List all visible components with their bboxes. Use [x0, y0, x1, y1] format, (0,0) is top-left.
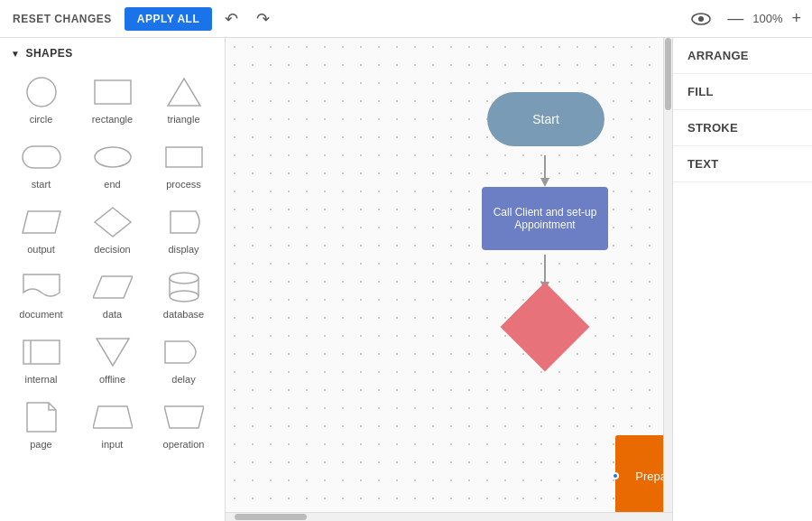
shape-end-icon — [90, 139, 135, 175]
shape-operation-icon — [161, 399, 207, 435]
shape-display-icon — [161, 204, 207, 240]
shape-triangle-icon — [161, 74, 207, 110]
shape-input-label: input — [102, 439, 124, 450]
shape-decision-label: decision — [94, 244, 130, 255]
process-node[interactable]: Call Client and set-up Appointment — [482, 187, 608, 250]
arrange-section[interactable]: ARRANGE — [673, 38, 812, 74]
fill-section[interactable]: FILL — [673, 74, 812, 110]
toolbar: RESET CHANGES APPLY ALL ↶ ↷ — 100% + — [0, 0, 812, 38]
shape-database[interactable]: database — [150, 264, 217, 325]
shape-data-label: data — [103, 309, 122, 320]
canvas-horizontal-scrollbar[interactable] — [226, 512, 672, 521]
shape-circle[interactable]: circle — [7, 69, 75, 130]
shape-process[interactable]: process — [150, 134, 217, 195]
svg-point-2 — [27, 78, 56, 107]
shape-offline[interactable]: offline — [78, 329, 146, 390]
apply-all-button[interactable]: APPLY ALL — [125, 7, 212, 31]
shape-delay[interactable]: delay — [150, 329, 217, 390]
svg-point-1 — [698, 16, 704, 22]
svg-marker-20 — [164, 406, 204, 428]
reset-changes-button[interactable]: RESET CHANGES — [7, 9, 117, 29]
stroke-section[interactable]: STROKE — [673, 110, 812, 146]
svg-marker-10 — [93, 276, 133, 298]
right-panel: ARRANGE FILL STROKE TEXT — [672, 38, 812, 521]
shape-internal[interactable]: internal — [7, 329, 75, 390]
undo-button[interactable]: ↶ — [219, 5, 244, 33]
shape-output[interactable]: output — [7, 199, 75, 260]
shape-input[interactable]: input — [78, 394, 146, 455]
shapes-grid: circle rectangle triangle — [0, 65, 225, 462]
shapes-header-label: SHAPES — [25, 47, 72, 60]
canvas-vertical-scrollbar-thumb[interactable] — [665, 38, 671, 110]
zoom-level: 100% — [752, 12, 782, 25]
zoom-controls: — 100% + — [724, 9, 805, 28]
shape-delay-label: delay — [171, 374, 195, 385]
svg-marker-9 — [95, 208, 131, 237]
svg-rect-15 — [23, 340, 60, 364]
preview-button[interactable] — [686, 9, 716, 29]
shape-internal-icon — [19, 334, 64, 370]
shape-database-icon — [161, 269, 207, 305]
shape-process-icon — [161, 139, 207, 175]
redo-button[interactable]: ↷ — [251, 5, 275, 33]
shape-decision[interactable]: decision — [78, 199, 146, 260]
shape-page-label: page — [30, 439, 51, 450]
shape-start[interactable]: start — [7, 134, 75, 195]
shape-display-label: display — [168, 244, 198, 255]
shapes-panel: ▼ SHAPES circle rectangle — [0, 38, 226, 521]
svg-marker-8 — [23, 211, 60, 233]
canvas-horizontal-scrollbar-thumb[interactable] — [235, 514, 307, 520]
shape-page[interactable]: page — [7, 394, 75, 455]
svg-marker-19 — [93, 406, 133, 428]
shape-start-icon — [19, 139, 64, 175]
shape-operation-label: operation — [163, 439, 205, 450]
shape-process-label: process — [166, 179, 201, 190]
text-section[interactable]: TEXT — [673, 146, 812, 182]
svg-marker-22 — [540, 178, 549, 187]
shape-output-icon — [19, 204, 64, 240]
arrows-svg — [226, 38, 672, 521]
svg-point-14 — [170, 291, 198, 302]
shape-page-icon — [19, 399, 64, 435]
svg-point-11 — [170, 273, 198, 284]
shape-operation[interactable]: operation — [150, 394, 217, 455]
shape-decision-icon — [90, 204, 135, 240]
svg-rect-7 — [166, 147, 202, 167]
svg-marker-17 — [97, 339, 129, 366]
shapes-header[interactable]: ▼ SHAPES — [0, 38, 225, 65]
shape-triangle[interactable]: triangle — [150, 69, 217, 130]
shape-display[interactable]: display — [150, 199, 217, 260]
decision-node[interactable] — [501, 283, 590, 372]
shape-offline-label: offline — [99, 374, 125, 385]
handle-left — [612, 472, 619, 479]
shape-rectangle-icon — [90, 74, 135, 110]
start-node-label: Start — [532, 112, 559, 126]
shape-data-icon — [90, 269, 135, 305]
shape-database-label: database — [163, 309, 204, 320]
zoom-in-button[interactable]: + — [788, 9, 805, 28]
svg-rect-5 — [23, 146, 60, 168]
process-node-label: Call Client and set-up Appointment — [489, 206, 601, 231]
shape-triangle-label: triangle — [167, 114, 199, 125]
shape-input-icon — [90, 399, 135, 435]
shape-internal-label: internal — [24, 374, 57, 385]
shape-offline-icon — [90, 334, 135, 370]
shape-document-icon — [19, 269, 64, 305]
shape-rectangle-label: rectangle — [92, 114, 133, 125]
shape-end-label: end — [104, 179, 120, 190]
shape-circle-label: circle — [30, 114, 53, 125]
shape-data[interactable]: data — [78, 264, 146, 325]
canvas-area[interactable]: Start Call Client and set-up Appointment… — [226, 38, 672, 521]
svg-point-6 — [95, 147, 131, 167]
canvas-vertical-scrollbar[interactable] — [663, 38, 672, 521]
shape-circle-icon — [19, 74, 64, 110]
start-node[interactable]: Start — [487, 92, 604, 146]
shape-document[interactable]: document — [7, 264, 75, 325]
zoom-out-button[interactable]: — — [724, 9, 747, 28]
main-layout: ▼ SHAPES circle rectangle — [0, 38, 812, 521]
svg-marker-18 — [27, 403, 56, 432]
shape-rectangle[interactable]: rectangle — [78, 69, 146, 130]
svg-marker-4 — [168, 79, 200, 106]
shape-end[interactable]: end — [78, 134, 146, 195]
svg-rect-3 — [95, 80, 131, 104]
